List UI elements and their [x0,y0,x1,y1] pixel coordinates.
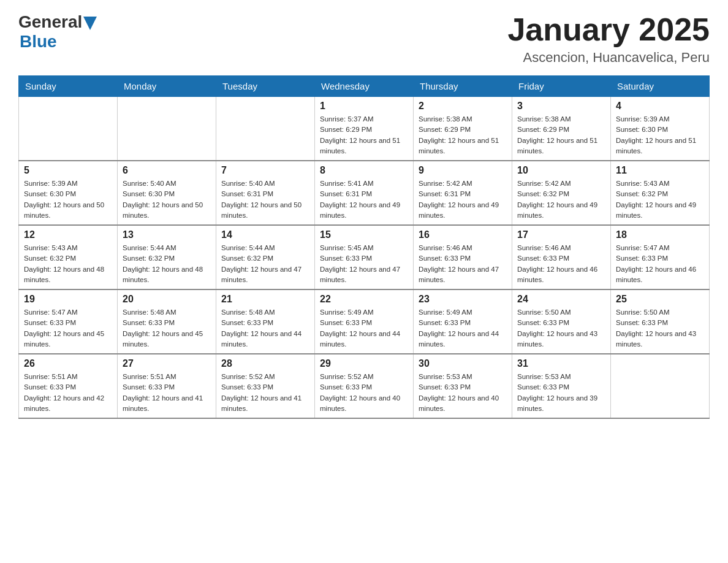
day-number: 26 [24,358,112,369]
day-number: 2 [419,101,507,112]
day-number: 20 [123,294,211,305]
weekday-header-thursday: Thursday [414,76,512,97]
calendar-body: 1Sunrise: 5:37 AMSunset: 6:29 PMDaylight… [19,97,710,419]
page-header: General Blue January 2025 Ascencion, Hua… [18,12,710,66]
day-info: Sunrise: 5:38 AMSunset: 6:29 PMDaylight:… [419,114,507,156]
calendar-cell: 9Sunrise: 5:42 AMSunset: 6:31 PMDaylight… [414,161,512,225]
day-info: Sunrise: 5:44 AMSunset: 6:32 PMDaylight:… [123,243,211,285]
day-number: 30 [419,358,507,369]
day-number: 19 [24,294,112,305]
day-info: Sunrise: 5:44 AMSunset: 6:32 PMDaylight:… [221,243,309,285]
calendar-cell: 10Sunrise: 5:42 AMSunset: 6:32 PMDayligh… [512,161,611,225]
day-info: Sunrise: 5:49 AMSunset: 6:33 PMDaylight:… [419,307,507,350]
day-info: Sunrise: 5:52 AMSunset: 6:33 PMDaylight:… [320,372,408,414]
day-number: 13 [123,229,211,240]
day-info: Sunrise: 5:53 AMSunset: 6:33 PMDaylight:… [517,372,605,414]
day-number: 25 [616,294,704,305]
day-info: Sunrise: 5:48 AMSunset: 6:33 PMDaylight:… [221,307,309,350]
calendar-cell: 26Sunrise: 5:51 AMSunset: 6:33 PMDayligh… [19,354,118,418]
day-info: Sunrise: 5:39 AMSunset: 6:30 PMDaylight:… [24,178,112,221]
day-info: Sunrise: 5:45 AMSunset: 6:33 PMDaylight:… [320,243,408,285]
calendar-cell: 27Sunrise: 5:51 AMSunset: 6:33 PMDayligh… [118,354,216,418]
logo-triangle-icon [83,17,97,30]
svg-marker-0 [83,17,97,30]
day-info: Sunrise: 5:52 AMSunset: 6:33 PMDaylight:… [221,372,309,414]
calendar-cell: 1Sunrise: 5:37 AMSunset: 6:29 PMDaylight… [315,97,414,161]
calendar-cell: 25Sunrise: 5:50 AMSunset: 6:33 PMDayligh… [611,289,710,354]
day-info: Sunrise: 5:47 AMSunset: 6:33 PMDaylight:… [616,243,704,285]
day-info: Sunrise: 5:38 AMSunset: 6:29 PMDaylight:… [517,114,605,156]
day-number: 23 [419,294,507,305]
calendar-cell: 22Sunrise: 5:49 AMSunset: 6:33 PMDayligh… [315,289,414,354]
calendar-cell: 12Sunrise: 5:43 AMSunset: 6:32 PMDayligh… [19,225,118,289]
calendar-cell: 30Sunrise: 5:53 AMSunset: 6:33 PMDayligh… [414,354,512,418]
day-number: 24 [517,294,605,305]
day-info: Sunrise: 5:53 AMSunset: 6:33 PMDaylight:… [419,372,507,414]
day-number: 17 [517,229,605,240]
weekday-header-tuesday: Tuesday [216,76,315,97]
calendar-cell: 11Sunrise: 5:43 AMSunset: 6:32 PMDayligh… [611,161,710,225]
weekday-header-sunday: Sunday [19,76,118,97]
day-info: Sunrise: 5:42 AMSunset: 6:31 PMDaylight:… [419,178,507,221]
day-number: 14 [221,229,309,240]
day-info: Sunrise: 5:50 AMSunset: 6:33 PMDaylight:… [517,307,605,350]
calendar-cell: 24Sunrise: 5:50 AMSunset: 6:33 PMDayligh… [512,289,611,354]
day-number: 8 [320,165,408,176]
day-info: Sunrise: 5:51 AMSunset: 6:33 PMDaylight:… [123,372,211,414]
day-number: 10 [517,165,605,176]
day-info: Sunrise: 5:51 AMSunset: 6:33 PMDaylight:… [24,372,112,414]
day-number: 15 [320,229,408,240]
calendar-cell: 15Sunrise: 5:45 AMSunset: 6:33 PMDayligh… [315,225,414,289]
calendar-cell: 18Sunrise: 5:47 AMSunset: 6:33 PMDayligh… [611,225,710,289]
weekday-header-row: SundayMondayTuesdayWednesdayThursdayFrid… [19,76,710,97]
day-number: 3 [517,101,605,112]
page-title: January 2025 [507,12,710,47]
weekday-header-saturday: Saturday [611,76,710,97]
day-number: 6 [123,165,211,176]
calendar-cell [118,97,216,161]
logo-general-text: General [18,12,82,32]
calendar-cell: 14Sunrise: 5:44 AMSunset: 6:32 PMDayligh… [216,225,315,289]
calendar-cell: 3Sunrise: 5:38 AMSunset: 6:29 PMDaylight… [512,97,611,161]
day-number: 7 [221,165,309,176]
calendar-header: SundayMondayTuesdayWednesdayThursdayFrid… [19,76,710,97]
day-info: Sunrise: 5:46 AMSunset: 6:33 PMDaylight:… [517,243,605,285]
calendar-week-4: 19Sunrise: 5:47 AMSunset: 6:33 PMDayligh… [19,289,710,354]
calendar-cell [19,97,118,161]
calendar-cell: 5Sunrise: 5:39 AMSunset: 6:30 PMDaylight… [19,161,118,225]
calendar-cell: 7Sunrise: 5:40 AMSunset: 6:31 PMDaylight… [216,161,315,225]
weekday-header-friday: Friday [512,76,611,97]
day-number: 12 [24,229,112,240]
day-info: Sunrise: 5:46 AMSunset: 6:33 PMDaylight:… [419,243,507,285]
calendar-cell: 20Sunrise: 5:48 AMSunset: 6:33 PMDayligh… [118,289,216,354]
day-info: Sunrise: 5:50 AMSunset: 6:33 PMDaylight:… [616,307,704,350]
day-info: Sunrise: 5:48 AMSunset: 6:33 PMDaylight:… [123,307,211,350]
logo-blue-text: Blue [20,32,57,51]
calendar-week-1: 1Sunrise: 5:37 AMSunset: 6:29 PMDaylight… [19,97,710,161]
calendar-table: SundayMondayTuesdayWednesdayThursdayFrid… [18,75,710,419]
weekday-header-monday: Monday [118,76,216,97]
page-subtitle: Ascencion, Huancavelica, Peru [507,50,710,66]
calendar-week-2: 5Sunrise: 5:39 AMSunset: 6:30 PMDaylight… [19,161,710,225]
calendar-cell [611,354,710,418]
day-info: Sunrise: 5:43 AMSunset: 6:32 PMDaylight:… [616,178,704,221]
calendar-cell [216,97,315,161]
calendar-cell: 13Sunrise: 5:44 AMSunset: 6:32 PMDayligh… [118,225,216,289]
day-number: 9 [419,165,507,176]
day-number: 31 [517,358,605,369]
day-number: 21 [221,294,309,305]
calendar-cell: 21Sunrise: 5:48 AMSunset: 6:33 PMDayligh… [216,289,315,354]
day-info: Sunrise: 5:41 AMSunset: 6:31 PMDaylight:… [320,178,408,221]
day-number: 28 [221,358,309,369]
calendar-cell: 16Sunrise: 5:46 AMSunset: 6:33 PMDayligh… [414,225,512,289]
day-number: 18 [616,229,704,240]
title-area: January 2025 Ascencion, Huancavelica, Pe… [507,12,710,66]
day-number: 29 [320,358,408,369]
calendar-cell: 31Sunrise: 5:53 AMSunset: 6:33 PMDayligh… [512,354,611,418]
calendar-cell: 17Sunrise: 5:46 AMSunset: 6:33 PMDayligh… [512,225,611,289]
calendar-week-3: 12Sunrise: 5:43 AMSunset: 6:32 PMDayligh… [19,225,710,289]
day-info: Sunrise: 5:39 AMSunset: 6:30 PMDaylight:… [616,114,704,156]
calendar-cell: 2Sunrise: 5:38 AMSunset: 6:29 PMDaylight… [414,97,512,161]
day-info: Sunrise: 5:37 AMSunset: 6:29 PMDaylight:… [320,114,408,156]
calendar-cell: 28Sunrise: 5:52 AMSunset: 6:33 PMDayligh… [216,354,315,418]
